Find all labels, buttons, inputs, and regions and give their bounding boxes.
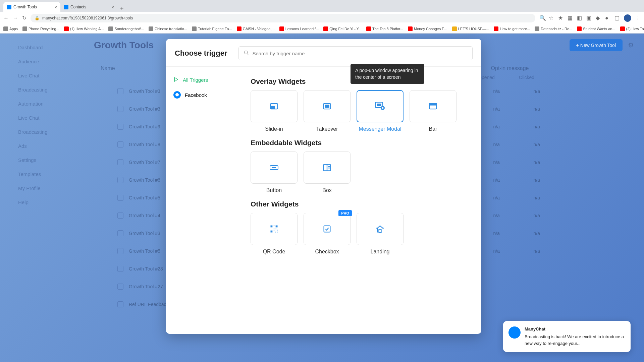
bookmark-item[interactable]: The Top 3 Platfor... [366, 26, 403, 31]
star-icon[interactable]: ★ [558, 15, 564, 21]
close-icon[interactable]: × [111, 5, 114, 10]
sidebar-item[interactable]: Broadcasting [0, 82, 74, 97]
bookmark-item[interactable]: Qing Fei De Yi - Y... [323, 26, 362, 31]
bookmarks-bar: AppsPhone Recycling...(1) How Working A.… [0, 24, 644, 34]
close-icon[interactable]: × [54, 5, 57, 10]
sidebar-item[interactable]: Live Chat [0, 111, 74, 125]
app-root: DashboardAudienceLive ChatBroadcastingAu… [0, 34, 644, 362]
bookmark-item[interactable]: Lessons Learned f... [279, 26, 319, 31]
sidebar-icon [8, 58, 14, 64]
bookmark-item[interactable]: How to get more... [494, 26, 530, 31]
back-icon[interactable]: ← [3, 15, 9, 21]
chat-sender: ManyChat [525, 326, 625, 331]
browser-tabs: Growth Tools × Contacts × + [0, 0, 644, 12]
svg-rect-25 [277, 230, 277, 230]
qr-code-card[interactable]: QR Code [251, 213, 298, 255]
tab-favicon [64, 5, 68, 9]
bookmark-item[interactable]: Chinese translatio... [149, 26, 187, 31]
card-label: Landing [371, 248, 390, 255]
profile-avatar[interactable] [624, 14, 631, 22]
row-icon [117, 159, 123, 165]
bookmark-item[interactable]: Datenschutz - Re... [535, 26, 572, 31]
bookmark-item[interactable]: Apps [3, 26, 18, 31]
search-input[interactable] [252, 51, 468, 56]
chat-notification[interactable]: ManyChat Broadcasting is back! We are ex… [503, 321, 631, 352]
bookmark-item[interactable]: GMSN - Vologda,... [237, 26, 275, 31]
landing-card[interactable]: Landing [357, 213, 404, 255]
sidebar-item[interactable]: Broadcasting [0, 125, 74, 139]
new-growth-tool-button[interactable]: + New Growth Tool [570, 39, 623, 51]
address-bar[interactable]: 🔒 manychat.com/fb198150208192061 8/growt… [31, 14, 535, 22]
svg-point-10 [382, 107, 384, 109]
bookmark-label: Sonderangebot!... [114, 27, 144, 31]
row-name: Growth Tool #3 [129, 231, 160, 236]
extension-icon[interactable]: ● [605, 15, 610, 21]
star-icon[interactable]: ☆ [549, 15, 554, 21]
bookmark-label: How to get more... [500, 27, 530, 31]
gear-icon[interactable]: ⚙ [628, 41, 634, 49]
facebook-item[interactable]: Facebook [166, 87, 243, 103]
row-name: Growth Tool #3 [129, 88, 160, 94]
bookmark-item[interactable]: (1) How Working A... [64, 26, 104, 31]
browser-tab-active[interactable]: Growth Tools × [3, 2, 60, 12]
bookmark-item[interactable]: (2) How To Add A... [620, 26, 644, 31]
refresh-icon[interactable]: ↻ [22, 15, 26, 21]
button-card[interactable]: Button [251, 152, 298, 194]
sidebar-item[interactable]: Help [0, 195, 74, 209]
row-name: Growth Tool #3 [129, 106, 160, 112]
bookmark-label: GMSN - Vologda,... [243, 27, 275, 31]
sidebar-icon [8, 44, 14, 50]
bookmark-item[interactable]: Phone Recycling... [22, 26, 59, 31]
bookmark-item[interactable]: LEE'S HOUSE—... [452, 26, 489, 31]
row-name: Growth Tool #28 [129, 266, 163, 272]
bookmark-item[interactable]: Sonderangebot!... [108, 26, 144, 31]
search-icon [244, 50, 249, 57]
slide-in-card[interactable]: Slide-in [251, 90, 298, 133]
zoom-icon[interactable]: 🔍 [539, 15, 545, 21]
extension-icon[interactable]: ▢ [614, 15, 620, 21]
bookmark-item[interactable]: Tutorial: Eigene Fa... [192, 26, 232, 31]
bookmark-label: Tutorial: Eigene Fa... [198, 27, 232, 31]
browser-tab[interactable]: Contacts × [60, 2, 117, 12]
row-name: Growth Tool #5 [129, 248, 160, 254]
checkbox-card[interactable]: PRO Checkbox [304, 213, 351, 255]
svg-point-0 [245, 51, 248, 54]
card-label: QR Code [263, 248, 285, 255]
all-triggers-item[interactable]: All Triggers [166, 73, 243, 87]
sidebar-item[interactable]: Templates [0, 167, 74, 181]
sidebar-item[interactable]: Live Chat [0, 68, 74, 82]
new-tab-button[interactable]: + [117, 5, 125, 12]
extension-icon[interactable]: ▣ [586, 15, 592, 21]
menu-icon[interactable]: ⋮ [635, 15, 641, 21]
bookmark-favicon [535, 26, 539, 31]
row-icon [117, 106, 123, 112]
sidebar-item[interactable]: Settings [0, 153, 74, 167]
extension-icon[interactable]: ◧ [577, 15, 582, 21]
sidebar-item[interactable]: Automation [0, 97, 74, 111]
sidebar-item[interactable]: Dashboard [0, 40, 74, 54]
grid-icon[interactable]: ▦ [568, 15, 573, 21]
card-label: Button [266, 187, 282, 194]
bar-card[interactable]: Bar [410, 90, 457, 133]
sidebar-item[interactable]: My Profile [0, 181, 74, 195]
takeover-card[interactable]: Takeover [304, 90, 351, 133]
chat-message: Broadcasting is back! We are excited to … [525, 334, 625, 347]
bookmark-item[interactable]: Student Wants an... [577, 26, 615, 31]
messenger-modal-card[interactable]: Messenger Modal [357, 90, 404, 133]
box-card[interactable]: Box [304, 152, 351, 194]
extension-icon[interactable]: ◆ [596, 15, 601, 21]
clicked-cell: n/a [506, 231, 547, 236]
bookmark-label: (2) How To Add A... [626, 27, 644, 31]
bookmark-label: Chinese translatio... [155, 27, 187, 31]
bookmark-favicon [3, 26, 8, 31]
sidebar-item[interactable]: Audience [0, 54, 74, 68]
bookmark-label: The Top 3 Platfor... [372, 27, 403, 31]
bookmark-item[interactable]: Money Changes E... [408, 26, 447, 31]
search-input-wrapper[interactable] [238, 46, 473, 60]
clicked-cell: n/a [506, 248, 547, 254]
svg-rect-6 [325, 105, 329, 108]
sidebar-item[interactable]: Ads [0, 139, 74, 153]
card-label: Box [322, 187, 332, 194]
bookmark-favicon [408, 26, 413, 31]
forward-icon[interactable]: → [13, 15, 18, 21]
